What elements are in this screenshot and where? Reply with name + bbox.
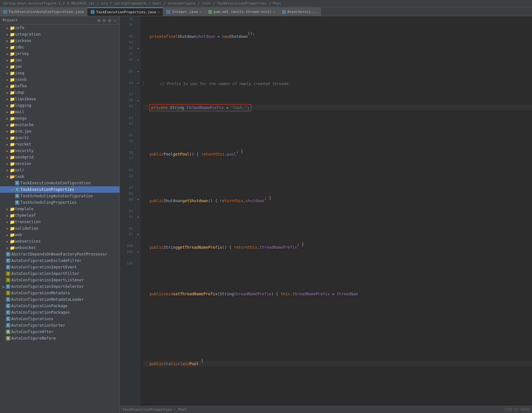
sidebar-item-label: web xyxy=(15,233,22,237)
sidebar-item-mustache[interactable]: ▶ 📁 mustache xyxy=(0,122,119,128)
sidebar-item-jdbc[interactable]: ▶ 📁 jdbc xyxy=(0,44,119,50)
sidebar-item-mongo[interactable]: ▶ 📁 mongo xyxy=(0,115,119,122)
top-breadcrumb: spring-boot-autoconfigure-2.2.4.RELEASE.… xyxy=(0,0,532,7)
settings-icon[interactable]: ⚙ xyxy=(108,18,111,23)
code-line xyxy=(143,384,532,390)
sidebar-item-liquibase[interactable]: ▶ 📁 liquibase xyxy=(0,96,119,102)
sidebar-item-solr[interactable]: ▶ 📁 solr xyxy=(0,167,119,173)
sidebar-item-auto-configurations[interactable]: C AutoConfigurations xyxy=(0,316,119,322)
sidebar-item-webservices[interactable]: ▶ 📁 webservices xyxy=(0,238,119,245)
sidebar-item-integration[interactable]: ▶ 📁 integration xyxy=(0,31,119,38)
sidebar-item-auto-config-package[interactable]: C AutoConfigurationPackage xyxy=(0,303,119,309)
sidebar-item-sendgrid[interactable]: ▶ 📁 sendgrid xyxy=(0,154,119,160)
tab-task-execution-properties[interactable]: TaskExecutionProperties.java ✕ xyxy=(87,7,163,16)
sidebar-item-task-sched-auto[interactable]: C TaskSchedulingAutoConfiguration xyxy=(0,193,119,199)
sidebar-item-ldap[interactable]: ▶ 📁 ldap xyxy=(0,89,119,96)
code-editor: 35 36 40 41 42 45 46 50 54 57 58 59 64 6… xyxy=(120,16,532,413)
sidebar-item-validation[interactable]: ▶ 📁 validation xyxy=(0,225,119,232)
sidebar-item-label: jmx xyxy=(15,64,22,69)
folder-icon: 📁 xyxy=(10,45,15,50)
sidebar-item-label: TaskExecutionAutoConfiguration xyxy=(20,181,91,185)
folder-icon: 📁 xyxy=(10,129,15,134)
sidebar-item-label: jackson xyxy=(15,38,31,43)
sidebar-item-jooq[interactable]: ▶ 📁 jooq xyxy=(0,70,119,76)
tab-async-service[interactable]: AsyncServic... xyxy=(279,7,321,16)
chevron-right-icon: ▶ xyxy=(5,71,10,75)
sidebar-item-label: TaskSchedulingProperties xyxy=(20,200,76,205)
sidebar-item-kafka[interactable]: ▶ 📁 kafka xyxy=(0,83,119,89)
sidebar-tree: ▶ 📁 info ▶ 📁 integration ▶ 📁 jackson ▶ 📁… xyxy=(0,25,119,413)
sidebar-item-auto-configure-after[interactable]: @ AutoConfigureAfter xyxy=(0,329,119,335)
folder-icon: 📁 xyxy=(10,32,15,37)
sidebar-item-auto-config-import-event[interactable]: C AutoConfigurationImportEvent xyxy=(0,264,119,270)
java-class-icon: C xyxy=(6,258,10,263)
sidebar-item-auto-config-packages[interactable]: C AutoConfigurationPackages xyxy=(0,309,119,316)
sidebar-item-transaction[interactable]: ▶ 📁 transaction xyxy=(0,219,119,225)
sidebar-item-auto-config-metadata[interactable]: I AutoConfigurationMetadata xyxy=(0,290,119,296)
sidebar-item-info[interactable]: ▶ 📁 info xyxy=(0,25,119,31)
sidebar-item-auto-config-exclude[interactable]: C AutoConfigurationExcludeFilter xyxy=(0,257,119,264)
sidebar-item-auto-config-import-listener[interactable]: I AutoConfigurationImportListener xyxy=(0,277,119,283)
sidebar-item-label: AutoConfigurations xyxy=(11,317,53,321)
java-class-icon: C xyxy=(6,252,10,256)
chevron-right-icon: ▶ xyxy=(5,33,10,36)
chevron-right-icon: ▶ xyxy=(5,220,10,224)
sidebar-item-label: security xyxy=(15,148,34,153)
locate-icon[interactable]: ⊕ xyxy=(97,18,101,23)
sidebar-item-quartz[interactable]: ▶ 📁 quartz xyxy=(0,135,119,141)
chevron-right-icon: ▶ xyxy=(5,65,10,69)
sidebar-item-jms[interactable]: ▶ 📁 jms xyxy=(0,57,119,63)
java-annotation-icon: @ xyxy=(6,330,10,334)
tab-close-btn[interactable]: ✕ xyxy=(273,10,275,14)
chevron-right-icon: ▶ xyxy=(5,110,10,114)
sidebar-item-security[interactable]: ▶ 📁 security xyxy=(0,147,119,154)
sidebar-item-orm-jpa[interactable]: ▶ 📁 orm.jpa xyxy=(0,128,119,135)
tab-close-btn[interactable]: ✕ xyxy=(199,10,201,14)
sidebar-item-abstract-depends[interactable]: C AbstractDependsOnBeanFactoryPostProces… xyxy=(0,251,119,257)
sidebar-item-label: mustache xyxy=(15,123,34,127)
sidebar-item-thymeleaf[interactable]: ▶ 📁 thymeleaf xyxy=(0,212,119,219)
folder-icon: 📁 xyxy=(10,239,15,244)
chevron-right-icon: ▶ xyxy=(5,78,10,82)
folder-icon: 📁 xyxy=(10,116,15,121)
sidebar-item-auto-config-metadata-loader[interactable]: C AutoConfigurationMetadataLoader xyxy=(0,296,119,303)
chevron-right-icon: ▶ xyxy=(5,227,10,230)
sidebar-item-jmx[interactable]: ▶ 📁 jmx xyxy=(0,63,119,70)
sidebar-item-websocket[interactable]: ▶ 📁 websocket xyxy=(0,245,119,251)
sidebar-item-session[interactable]: ▶ 📁 session xyxy=(0,160,119,167)
chevron-right-icon: ▶ xyxy=(5,91,10,94)
sidebar-item-task-sched-props[interactable]: C TaskSchedulingProperties xyxy=(0,199,119,206)
sidebar-item-jersey[interactable]: ▶ 📁 jersey xyxy=(0,50,119,57)
folder-icon: 📁 xyxy=(10,26,15,30)
code-line: public void setThreadNamePrefix(String t… xyxy=(143,291,532,297)
sidebar-item-label: logging xyxy=(15,103,31,108)
collapse-icon[interactable]: ≡ xyxy=(102,18,106,23)
sidebar-item-auto-config-import-selector[interactable]: ▶ C AutoConfigurationImportSelector xyxy=(0,283,119,290)
sidebar-item-auto-config-sorter[interactable]: C AutoConfigurationSorter xyxy=(0,322,119,329)
tab-close-btn[interactable]: ✕ xyxy=(158,10,160,14)
sidebar-item-web[interactable]: ▶ 📁 web xyxy=(0,232,119,238)
sidebar-item-auto-config-import-filter[interactable]: I AutoConfigurationImportFilter xyxy=(0,270,119,277)
sidebar-item-task-exec-auto[interactable]: C TaskExecutionAutoConfiguration xyxy=(0,180,119,186)
code-line: public static class Pool { xyxy=(143,361,532,367)
sidebar-item-logging[interactable]: ▶ 📁 logging xyxy=(0,102,119,109)
code-area[interactable]: 35 36 40 41 42 45 46 50 54 57 58 59 64 6… xyxy=(120,16,532,406)
close-icon[interactable]: — xyxy=(113,18,117,23)
sidebar-item-rsocket[interactable]: ▶ 📁 rsocket xyxy=(0,141,119,147)
tab-integer[interactable]: Integer.java ✕ xyxy=(163,7,205,16)
sidebar-item-template[interactable]: ▶ 📁 template xyxy=(0,206,119,212)
sidebar-item-mail[interactable]: ▶ 📁 mail xyxy=(0,109,119,115)
folder-icon: 📁 xyxy=(10,161,15,166)
breadcrumb-text: spring-boot-autoconfigure-2.2.4.RELEASE.… xyxy=(3,1,281,5)
sidebar-item-task[interactable]: ▼ 📂 task xyxy=(0,173,119,180)
sidebar-item-task-exec-props[interactable]: ▶ C TaskExecutionProperties xyxy=(0,186,119,193)
gutter: ▸ ▸ ▸ ▸ ▸ xyxy=(136,16,141,406)
sidebar-item-label: websocket xyxy=(15,245,36,250)
sidebar-item-jackson[interactable]: ▶ 📁 jackson xyxy=(0,38,119,44)
code-content[interactable]: private final Shutdown shutdown = new Sh… xyxy=(141,16,532,406)
xml-icon xyxy=(208,10,212,14)
sidebar-item-auto-configure-before[interactable]: @ AutoConfigureBefore xyxy=(0,335,119,342)
tab-task-execution-auto[interactable]: TaskExecutionAutoConfiguration.java xyxy=(0,7,87,16)
tab-pom[interactable]: pom.xml (multi-thread-test) ✕ xyxy=(205,7,279,16)
sidebar-item-jsonb[interactable]: ▶ 📁 jsonb xyxy=(0,76,119,83)
